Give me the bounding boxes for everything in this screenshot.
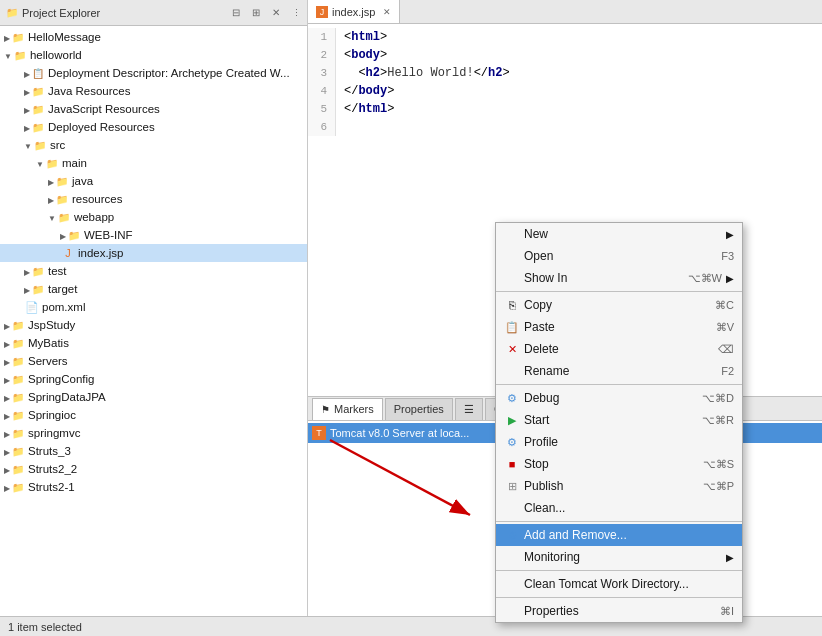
chevron-icon (36, 157, 44, 169)
menu-item-start[interactable]: ▶ Start ⌥⌘R (496, 409, 742, 431)
menu-item-publish[interactable]: ⊞ Publish ⌥⌘P (496, 475, 742, 497)
menu-label: Delete (524, 342, 710, 356)
tree-item-label: resources (72, 193, 123, 205)
menu-item-clean-tomcat[interactable]: Clean Tomcat Work Directory... (496, 573, 742, 595)
markers-icon: ⚑ (321, 404, 330, 415)
tab-servers[interactable]: ☰ (455, 398, 483, 420)
folder-blue-icon: 📁 (30, 83, 46, 99)
menu-item-clean[interactable]: Clean... (496, 497, 742, 519)
tree-item-src[interactable]: 📁 src (0, 136, 307, 154)
menu-item-open[interactable]: Open F3 (496, 245, 742, 267)
tree-item-servers[interactable]: 📁 Servers (0, 352, 307, 370)
folder-icon: 📋 (30, 65, 46, 81)
menu-label: Debug (524, 391, 694, 405)
menu-label: Monitoring (524, 550, 722, 564)
menu-item-profile[interactable]: ⚙ Profile (496, 431, 742, 453)
menu-item-new[interactable]: New ▶ (496, 223, 742, 245)
tree-item-hellomessage[interactable]: 📁 HelloMessage (0, 28, 307, 46)
chevron-icon (24, 139, 32, 151)
tree-item-mybatis[interactable]: 📁 MyBatis (0, 334, 307, 352)
tree-item-helloworld[interactable]: 📁 helloworld (0, 46, 307, 64)
tree-item-label: SpringDataJPA (28, 391, 106, 403)
maximize-icon[interactable]: ⊞ (248, 5, 264, 21)
menu-label: Publish (524, 479, 695, 493)
panel-title: Project Explorer (22, 7, 224, 19)
folder-yellow-icon: 📁 (32, 137, 48, 153)
tree-item-java[interactable]: 📁 java (0, 172, 307, 190)
add-remove-icon: ⊕ (504, 527, 520, 543)
folder-icon: 📁 (30, 101, 46, 117)
menu-item-stop[interactable]: ■ Stop ⌥⌘S (496, 453, 742, 475)
menu-divider-5 (496, 597, 742, 598)
tree-item-label: target (48, 283, 77, 295)
editor-tabs: J index.jsp ✕ (308, 0, 822, 24)
tree-item-label: helloworld (30, 49, 82, 61)
tree-item-deployment[interactable]: 📋 Deployment Descriptor: Archetype Creat… (0, 64, 307, 82)
tree-item-resources[interactable]: 📁 resources (0, 190, 307, 208)
shortcut-label: ⌫ (718, 343, 734, 356)
menu-label: Copy (524, 298, 707, 312)
line-content: </body> (336, 82, 394, 100)
tab-close-icon[interactable]: ✕ (383, 7, 391, 17)
editor-tab-index-jsp[interactable]: J index.jsp ✕ (308, 0, 400, 23)
debug-icon: ⚙ (504, 390, 520, 406)
tree-item-springioc[interactable]: 📁 Springioc (0, 406, 307, 424)
tree-item-jspstudy[interactable]: 📁 JspStudy (0, 316, 307, 334)
menu-item-rename[interactable]: Rename F2 (496, 360, 742, 382)
tree-item-java-resources[interactable]: 📁 Java Resources (0, 82, 307, 100)
tree-item-deployed-resources[interactable]: 📁 Deployed Resources (0, 118, 307, 136)
new-icon (504, 226, 520, 242)
tree-item-label: Deployment Descriptor: Archetype Created… (48, 67, 290, 79)
tree-item-label: src (50, 139, 65, 151)
tree-item-target[interactable]: 📁 target (0, 280, 307, 298)
menu-label: Rename (524, 364, 713, 378)
project-folder-icon: 📁 (10, 461, 26, 477)
tree-item-springdatajpa[interactable]: 📁 SpringDataJPA (0, 388, 307, 406)
tree-item-label: Java Resources (48, 85, 130, 97)
menu-label: Show In (524, 271, 680, 285)
tree-item-webinf[interactable]: 📁 WEB-INF (0, 226, 307, 244)
menu-item-debug[interactable]: ⚙ Debug ⌥⌘D (496, 387, 742, 409)
close-icon[interactable]: ✕ (268, 5, 284, 21)
menu-item-paste[interactable]: 📋 Paste ⌘V (496, 316, 742, 338)
menu-item-delete[interactable]: ✕ Delete ⌫ (496, 338, 742, 360)
tree-item-springmvc[interactable]: 📁 springmvc (0, 424, 307, 442)
tree-item-test[interactable]: 📁 test (0, 262, 307, 280)
tree-item-main[interactable]: 📁 main (0, 154, 307, 172)
shortcut-label: F3 (721, 250, 734, 262)
chevron-icon (48, 211, 56, 223)
options-icon[interactable]: ⋮ (292, 8, 301, 18)
tree-item-javascript-resources[interactable]: 📁 JavaScript Resources (0, 100, 307, 118)
tab-markers[interactable]: ⚑ Markers (312, 398, 383, 420)
status-text: 1 item selected (8, 621, 82, 633)
tree-item-springconfig[interactable]: 📁 SpringConfig (0, 370, 307, 388)
server-label: Tomcat v8.0 Server at loca... (330, 427, 469, 439)
tree-item-label: Struts_3 (28, 445, 71, 457)
panel-header: 📁 Project Explorer ⊟ ⊞ ✕ ⋮ (0, 0, 307, 26)
open-icon (504, 248, 520, 264)
tree-item-struts3[interactable]: 📁 Struts_3 (0, 442, 307, 460)
menu-item-properties[interactable]: Properties ⌘I (496, 600, 742, 622)
menu-item-show-in[interactable]: Show In ⌥⌘W ▶ (496, 267, 742, 289)
menu-item-monitoring[interactable]: Monitoring ▶ (496, 546, 742, 568)
menu-label: Clean... (524, 501, 734, 515)
shortcut-label: ⌥⌘D (702, 392, 734, 405)
folder-yellow-icon: 📁 (30, 281, 46, 297)
shortcut-label: ⌥⌘W (688, 272, 722, 285)
code-line-5: 5 </html> (308, 100, 822, 118)
menu-item-add-remove[interactable]: ⊕ Add and Remove... (496, 524, 742, 546)
menu-label: Properties (524, 604, 712, 618)
tree-item-label: Struts2_2 (28, 463, 77, 475)
xml-file-icon: 📄 (24, 299, 40, 315)
menu-item-copy[interactable]: ⎘ Copy ⌘C (496, 294, 742, 316)
tree-item-index-jsp[interactable]: J index.jsp (0, 244, 307, 262)
tree-item-struts21[interactable]: 📁 Struts2-1 (0, 478, 307, 496)
tree-item-webapp[interactable]: 📁 webapp (0, 208, 307, 226)
tree-item-struts22[interactable]: 📁 Struts2_2 (0, 460, 307, 478)
paste-icon: 📋 (504, 319, 520, 335)
tab-properties[interactable]: Properties (385, 398, 453, 420)
minimize-icon[interactable]: ⊟ (228, 5, 244, 21)
tree-item-pom-xml[interactable]: 📄 pom.xml (0, 298, 307, 316)
menu-divider-1 (496, 291, 742, 292)
menu-divider-3 (496, 521, 742, 522)
